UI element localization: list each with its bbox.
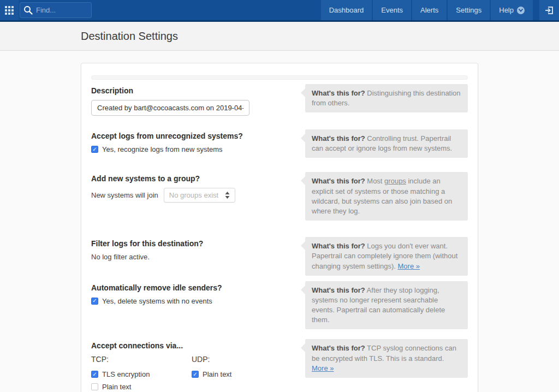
tcp-tls-checkbox[interactable]: ✓: [91, 371, 98, 378]
sign-out-button[interactable]: [539, 0, 559, 20]
help-text: Most: [365, 177, 384, 185]
section-filter-logs: Filter logs for this destination? No log…: [91, 237, 468, 276]
nav-item-alerts[interactable]: Alerts: [412, 0, 447, 20]
section-label: Filter logs for this destination?: [91, 239, 294, 248]
section-description: Description What's this for? Distinguish…: [91, 84, 468, 116]
checkbox-label[interactable]: Plain text: [102, 383, 131, 391]
group-select[interactable]: No groups exist: [164, 188, 235, 203]
nav-item-help[interactable]: Help: [491, 0, 533, 20]
nav-item-label: Settings: [456, 6, 481, 14]
select-value: No groups exist: [169, 191, 218, 199]
more-link[interactable]: More »: [398, 262, 420, 270]
section-accept-logs: Accept logs from unrecognized systems? ✓…: [91, 129, 468, 158]
nav-item-settings[interactable]: Settings: [448, 0, 490, 20]
select-arrows-icon: [225, 192, 230, 199]
group-inline-label: New systems will join: [91, 191, 158, 199]
app-grid-icon: [5, 6, 14, 15]
help-arrow: [301, 88, 305, 97]
help-box-add-group: What's this for? Most groups include an …: [305, 172, 468, 221]
sign-out-icon: [544, 5, 554, 15]
help-bold: What's this for?: [312, 242, 365, 250]
help-arrow: [301, 134, 305, 142]
help-bold: What's this for?: [312, 344, 365, 352]
search-box[interactable]: [20, 2, 92, 18]
help-box-filter-logs: What's this for? Logs you don't ever wan…: [305, 237, 468, 276]
nav-item-label: Dashboard: [329, 6, 364, 14]
app-grid-button[interactable]: [0, 0, 19, 20]
section-remove-idle: Automatically remove idle senders? ✓ Yes…: [91, 281, 468, 330]
help-arrow: [301, 343, 305, 352]
tcp-plain-checkbox[interactable]: [91, 383, 98, 390]
settings-card: Description What's this for? Distinguish…: [81, 63, 478, 392]
section-label: Accept connections via...: [91, 341, 294, 350]
remove-idle-checkbox[interactable]: ✓: [91, 298, 98, 305]
chevron-down-circle-icon: [517, 7, 525, 14]
nav-item-events[interactable]: Events: [373, 0, 411, 20]
section-label: Description: [91, 86, 294, 95]
search-icon: [23, 5, 33, 15]
help-bold: What's this for?: [312, 286, 365, 294]
nav-item-label: Alerts: [420, 6, 438, 14]
help-box-accept-logs: What's this for? Controlling trust. Pape…: [305, 129, 468, 158]
search-input[interactable]: [36, 6, 85, 14]
help-box-description: What's this for? Distinguishing this des…: [305, 84, 468, 112]
section-label: Automatically remove idle senders?: [91, 283, 294, 292]
top-navbar: Dashboard Events Alerts Settings Help: [0, 0, 559, 22]
checkbox-label[interactable]: Yes, delete systems with no events: [102, 297, 212, 305]
divider-bar: [91, 75, 468, 80]
nav-item-dashboard[interactable]: Dashboard: [321, 0, 372, 20]
nav-item-label: Events: [381, 6, 403, 14]
udp-plain-checkbox[interactable]: ✓: [192, 371, 199, 378]
help-bold: What's this for?: [312, 177, 365, 185]
help-arrow: [301, 241, 305, 250]
help-bold: What's this for?: [312, 89, 365, 97]
help-box-connections: What's this for? TCP syslog connections …: [305, 339, 468, 378]
checkbox-label[interactable]: Plain text: [203, 370, 231, 378]
more-link[interactable]: More »: [312, 364, 334, 372]
page-title: Destination Settings: [81, 30, 478, 43]
help-bold: What's this for?: [312, 134, 365, 142]
filter-status-text: No log filter active.: [91, 253, 294, 261]
page-header: Destination Settings: [0, 22, 559, 51]
section-label: Add new systems to a group?: [91, 174, 294, 183]
help-arrow: [301, 176, 305, 185]
help-arrow: [301, 286, 305, 294]
tcp-label: TCP:: [91, 355, 192, 364]
description-input[interactable]: [91, 100, 249, 116]
accept-logs-checkbox[interactable]: ✓: [91, 146, 98, 153]
nav-item-label: Help: [499, 6, 514, 14]
section-label: Accept logs from unrecognized systems?: [91, 132, 294, 140]
udp-label: UDP:: [192, 355, 292, 364]
checkbox-label[interactable]: TLS encryption: [102, 370, 150, 378]
section-connections: Accept connections via... TCP: ✓ TLS enc…: [91, 339, 468, 392]
help-box-remove-idle: What's this for? After they stop logging…: [305, 281, 468, 330]
checkbox-label[interactable]: Yes, recognize logs from new systems: [102, 145, 223, 153]
section-add-group: Add new systems to a group? New systems …: [91, 172, 468, 221]
groups-link[interactable]: groups: [384, 177, 406, 185]
